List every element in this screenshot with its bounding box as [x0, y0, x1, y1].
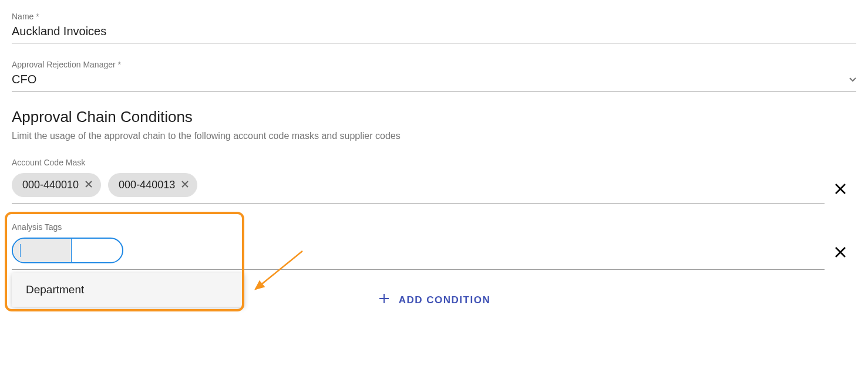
close-icon[interactable]: [85, 180, 93, 191]
account-code-mask-input[interactable]: 000-440010 000-440013: [12, 173, 825, 204]
analysis-tags-input[interactable]: [12, 238, 825, 270]
plus-icon: [378, 291, 391, 309]
conditions-heading: Approval Chain Conditions: [12, 108, 856, 126]
name-value: Auckland Invoices: [12, 25, 106, 38]
conditions-description: Limit the usage of the approval chain to…: [12, 131, 856, 141]
name-input[interactable]: Auckland Invoices: [12, 25, 856, 43]
analysis-tags-dropdown: Department: [12, 273, 244, 307]
add-condition-label: ADD CONDITION: [399, 294, 490, 306]
remove-condition-button[interactable]: [834, 182, 847, 198]
chevron-down-icon: [849, 76, 856, 84]
analysis-tags-row: Analysis Tags Department: [12, 218, 856, 270]
account-mask-chip: 000-440010: [12, 173, 101, 197]
analysis-tags-label: Analysis Tags: [12, 222, 825, 232]
text-cursor: [20, 244, 21, 257]
rejection-manager-label: Approval Rejection Manager *: [12, 60, 856, 69]
remove-condition-button[interactable]: [834, 246, 847, 261]
chip-label: 000-440010: [22, 179, 79, 191]
name-label: Name *: [12, 12, 856, 21]
name-field: Name * Auckland Invoices: [12, 12, 856, 43]
account-code-mask-label: Account Code Mask: [12, 158, 825, 167]
account-mask-chip: 000-440013: [108, 173, 197, 197]
account-code-mask-row: Account Code Mask 000-440010 000-440013: [12, 158, 856, 204]
close-icon[interactable]: [181, 180, 189, 191]
analysis-tag-chip-input[interactable]: [12, 238, 123, 263]
rejection-manager-value: CFO: [12, 73, 36, 86]
rejection-manager-select[interactable]: CFO: [12, 73, 856, 91]
chip-label: 000-440013: [119, 179, 175, 191]
rejection-manager-field: Approval Rejection Manager * CFO: [12, 60, 856, 91]
dropdown-option-department[interactable]: Department: [12, 273, 244, 307]
